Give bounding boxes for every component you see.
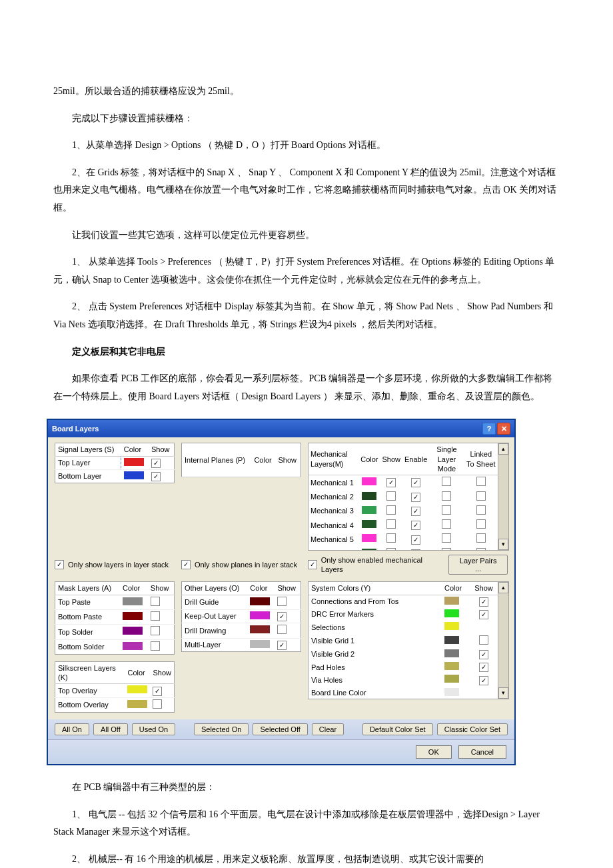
color-swatch[interactable]	[444, 636, 459, 644]
checkbox[interactable]	[411, 478, 420, 487]
checkbox[interactable]	[386, 533, 396, 543]
classic-color-set-button[interactable]: Classic Color Set	[437, 723, 508, 735]
color-swatch[interactable]	[123, 627, 143, 635]
scroll-down-button[interactable]: ▾	[498, 539, 508, 550]
selected-off-button[interactable]: Selected Off	[253, 723, 307, 735]
color-swatch[interactable]	[444, 675, 459, 683]
clear-button[interactable]: Clear	[312, 723, 344, 735]
scrollbar[interactable]: ▴ ▾	[498, 582, 508, 699]
internal-planes-table[interactable]: Internal Planes (P)ColorShow	[181, 443, 301, 477]
color-swatch[interactable]	[362, 534, 376, 542]
color-swatch[interactable]	[362, 549, 376, 551]
table-row: Visible Grid 2	[308, 648, 498, 661]
mechanical-layers-panel[interactable]: Mechanical Layers(M) Color Show Enable S…	[308, 443, 509, 551]
checkbox[interactable]	[479, 676, 488, 685]
color-swatch[interactable]	[444, 597, 459, 605]
system-colors-panel[interactable]: System Colors (Y)ColorShow Connections a…	[308, 581, 509, 699]
checkbox[interactable]	[277, 612, 287, 621]
titlebar-help-button[interactable]: ?	[482, 423, 496, 435]
mask-layers-table[interactable]: Mask Layers (A)ColorShow Top Paste Botto…	[55, 581, 175, 654]
checkbox[interactable]	[411, 507, 420, 516]
color-swatch[interactable]	[127, 700, 147, 708]
color-swatch[interactable]	[123, 642, 143, 650]
other-layers-table[interactable]: Other Layers (O)ColorShow Drill Guide Ke…	[181, 581, 301, 651]
color-swatch[interactable]	[444, 662, 459, 670]
checkbox[interactable]	[277, 597, 287, 606]
checkbox[interactable]	[151, 626, 160, 635]
checkbox[interactable]	[153, 687, 162, 696]
color-swatch[interactable]	[250, 597, 270, 605]
color-swatch[interactable]	[444, 609, 459, 617]
scrollbar[interactable]: ▴ ▾	[498, 443, 508, 550]
table-row: Mechanical 2	[308, 490, 498, 504]
color-swatch[interactable]	[444, 688, 459, 696]
checkbox[interactable]	[479, 650, 488, 659]
color-swatch[interactable]	[444, 622, 459, 630]
color-swatch[interactable]	[123, 597, 143, 605]
color-swatch[interactable]	[127, 685, 147, 693]
checkbox[interactable]	[277, 625, 287, 634]
checkbox[interactable]	[411, 493, 420, 502]
checkbox[interactable]	[386, 548, 396, 551]
color-swatch[interactable]	[250, 640, 270, 648]
titlebar-close-button[interactable]: ✕	[497, 423, 510, 435]
checkbox[interactable]	[386, 519, 396, 529]
checkbox[interactable]	[181, 560, 191, 569]
checkbox[interactable]	[151, 611, 160, 621]
checkbox[interactable]	[442, 548, 451, 551]
all-on-button[interactable]: All On	[55, 723, 89, 735]
cancel-button[interactable]: Cancel	[458, 745, 506, 759]
color-swatch[interactable]	[123, 612, 143, 620]
color-swatch[interactable]	[362, 520, 376, 528]
color-swatch[interactable]	[124, 458, 144, 466]
checkbox[interactable]	[442, 519, 451, 529]
checkbox[interactable]	[151, 472, 161, 481]
layer-pairs-button[interactable]: Layer Pairs ...	[448, 555, 508, 575]
color-swatch[interactable]	[362, 477, 376, 485]
checkbox[interactable]	[151, 641, 160, 651]
checkbox[interactable]	[411, 535, 420, 545]
checkbox[interactable]	[479, 663, 488, 672]
checkbox[interactable]	[308, 560, 317, 569]
checkbox[interactable]	[476, 491, 486, 501]
checkbox[interactable]	[476, 505, 486, 515]
checkbox[interactable]	[151, 459, 161, 468]
color-swatch[interactable]	[250, 625, 270, 633]
signal-layers-table[interactable]: Signal Layers (S)ColorShow Top Layer Bot…	[55, 443, 175, 483]
checkbox[interactable]	[476, 519, 486, 529]
checkbox[interactable]	[479, 635, 488, 645]
color-swatch[interactable]	[362, 492, 376, 500]
checkbox[interactable]	[386, 491, 396, 501]
color-swatch[interactable]	[362, 506, 376, 514]
scroll-down-button[interactable]: ▾	[498, 687, 508, 699]
checkbox[interactable]	[277, 641, 287, 650]
checkbox[interactable]	[476, 477, 486, 486]
checkbox[interactable]	[151, 597, 160, 606]
checkbox[interactable]	[411, 549, 420, 551]
checkbox[interactable]	[153, 699, 162, 709]
scroll-up-button[interactable]: ▴	[498, 582, 508, 593]
checkbox[interactable]	[442, 477, 451, 486]
checkbox[interactable]	[479, 597, 488, 607]
selected-on-button[interactable]: Selected On	[194, 723, 249, 735]
silkscreen-layers-table[interactable]: Silkscreen Layers (K)ColorShow Top Overl…	[55, 661, 175, 713]
checkbox[interactable]	[442, 491, 451, 501]
all-off-button[interactable]: All Off	[93, 723, 128, 735]
checkbox[interactable]	[442, 505, 451, 515]
default-color-set-button[interactable]: Default Color Set	[362, 723, 433, 735]
checkbox[interactable]	[386, 505, 396, 515]
checkbox[interactable]	[55, 560, 64, 569]
dialog-titlebar[interactable]: Board Layers ? ✕	[48, 420, 514, 437]
ok-button[interactable]: OK	[416, 745, 452, 759]
color-swatch[interactable]	[124, 471, 144, 479]
checkbox[interactable]	[411, 521, 420, 530]
used-on-button[interactable]: Used On	[132, 723, 175, 735]
checkbox[interactable]	[442, 533, 451, 543]
scroll-up-button[interactable]: ▴	[498, 443, 508, 455]
checkbox[interactable]	[476, 548, 486, 551]
checkbox[interactable]	[479, 610, 488, 619]
color-swatch[interactable]	[250, 611, 270, 619]
checkbox[interactable]	[476, 533, 486, 543]
color-swatch[interactable]	[444, 649, 459, 657]
checkbox[interactable]	[386, 478, 396, 487]
